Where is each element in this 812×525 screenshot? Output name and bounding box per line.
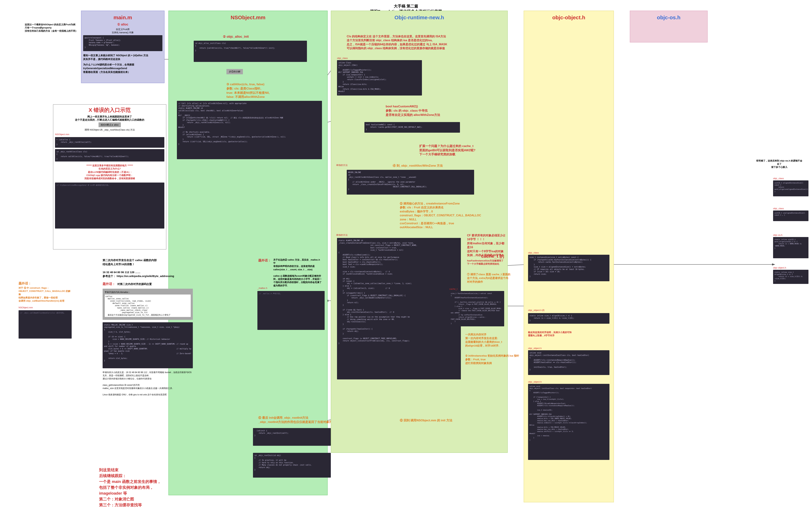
step3-label: ③ callAlloc(cls, true, false) 参数: cls: 是… xyxy=(226,82,270,99)
step2-label: ② objc_alloc_init xyxy=(223,34,249,39)
code-initisa2: inline void objc_object::initIsa(Class c… xyxy=(528,384,610,460)
back6: ⑥ 回到 调用NSObject.mm 的 init 方法 xyxy=(400,418,452,423)
code-osh1b: uint32_t unalignedInstanceSize() const {… xyxy=(773,210,809,221)
code-malloc-h: // _malloc.h 声明片段… xyxy=(257,291,325,330)
code-err1: + (id)alloc { return _objc_rootAlloc(sel… xyxy=(55,137,164,148)
calloc-callstack: 苹果开源的代码 libmalloc： calloc malloc_zone_ca… xyxy=(103,289,193,320)
code-initinstanceisa: inline void objc_object::initInstanceIsa… xyxy=(528,350,610,375)
error-sub: 网上一些文章开头上来就跟踪到这里来了 这个不是走法里的，打断点进入汇编模式就能看… xyxy=(55,115,164,121)
step6-label: ⑥ 最后 init会调用_objc_rootInit方法 _objc_rootI… xyxy=(258,416,336,424)
code-fastinstsize: size_t fastInstanceSize(size_t extra) co… xyxy=(449,291,504,326)
step4-label: ④ 到_objc_rootAllocWitnZone 方法 xyxy=(393,164,443,168)
code-osh2: static inline uint32_t word_align(uint32… xyxy=(773,237,809,258)
main-note2: 为什么？LLVM源码里分析一个方法，全局搜索 tryGenerateSpecia… xyxy=(83,63,162,74)
osh-note: 研究错了，这表后来到 objc-os.h 的逻辑不会走了 留下多个心眼儿 xyxy=(755,159,803,169)
col-title-nsobject: NSObject.mm xyxy=(170,13,326,22)
malloc-label: _malloc.h xyxy=(257,287,267,290)
code-rootinit: id _objc_rootInit(id obj) { // In practi… xyxy=(253,453,331,478)
main-note1: 看到一些文章上来就分析到了 NSObject 的 + (id)alloc 方法 … xyxy=(83,54,162,61)
col-title-osh: objc-os.h xyxy=(632,13,706,22)
step-1-label: ① alloc xyxy=(83,22,162,27)
calloc-aside-title: 题外话： xyxy=(258,258,271,263)
cachet-big: cache_t 的 xyxy=(481,253,504,259)
main-desc: 自定义Fruit类实例化 banana() 对象 xyxy=(83,28,162,34)
error-note: 调用 NSObject 的 _objc_rootAlloc(Class cls)… xyxy=(55,128,164,132)
error-entry-panel: X 错误的入口示范 网上一些文章开头上来就跟踪到这里来了 这个不是走法里的，打断… xyxy=(53,104,166,250)
col-title-objh: objc-object.h xyxy=(526,13,612,22)
conclusion: 到这里结束 后续继续跟踪： 一个是 main 函数之前发生的事情， 包括了整个非… xyxy=(99,467,161,508)
step5-label: ⑤ 调用核心的方法，createInstanceFromZone 参数: cls… xyxy=(400,202,481,229)
code-osh1: uint32_t alignedInstanceSize() const { r… xyxy=(773,180,809,196)
code-rootallocwithzone: NEVER_INLINE id _objc_rootAllocWithZone(… xyxy=(347,170,474,195)
label-single: 单独的方法 xyxy=(336,164,348,167)
hasawz-label: bool hasCustomAWZ() 参数: cls 的 objc_class… xyxy=(386,104,440,117)
step2-sub-label: 步②的分解 xyxy=(226,69,243,74)
code-err3: // trySpecializedMessageSend 等 LLVM 编译期代… xyxy=(55,182,164,228)
cache-sub: ① 调用了class 里面 cache_t 里面的 这个方法, extra为0还… xyxy=(467,272,510,284)
col-title-main: main.m xyxy=(83,13,162,22)
code-objc-alloc-init: id objc_alloc_init(Class cls) { return [… xyxy=(194,41,307,62)
code-createinstance: static ALWAYS_INLINE id _class_createIns… xyxy=(337,238,461,379)
code-init: - (id)init { return _objc_rootInit(self)… xyxy=(253,428,331,446)
code-callalloc: // Call [cls alloc] or [cls allocWithZon… xyxy=(177,101,322,159)
code-osh3: static inline size_t align16(size_t x) {… xyxy=(773,270,809,284)
code-instsize: size_t instanceSize(size_t extraBytes) c… xyxy=(528,255,610,281)
calloc-aside-body: 关于右边的② calloc 方法，其实在 _malloc.h 中 有很多种声明内… xyxy=(273,258,323,287)
column-osh: objc-os.h xyxy=(630,11,708,43)
code-segregated: static MALLOC_INLINE size_t segregated_s… xyxy=(103,322,193,368)
code-align16: static inline size_t align16(size_t x) {… xyxy=(528,313,610,324)
column-main-m: main.m ① alloc 自定义Fruit类实例化 banana() 对象 … xyxy=(81,11,165,83)
code-err2: id _objc_rootAlloc(Class cls) { return c… xyxy=(55,149,164,162)
code-isa: inline Class objc_object::ISA() { ASSERT… xyxy=(337,60,422,95)
code-hascustomawz: bool hasCustomAWZ() const { return !cach… xyxy=(364,122,460,133)
cache-note: 扩展一个问题？为什么递过来的 cache_t 里面的getBit可以获取到是否实… xyxy=(419,140,475,156)
aside-badalloc: 题外话： 对于 ⑤ 中 construct_flags： OBJECT_CONS… xyxy=(18,281,72,339)
code-main: @autoreleasepool { Fruit *banana = [Frui… xyxy=(83,35,162,51)
error-breakpoint-box: 画IDA断点 ▸ alloc xyxy=(99,122,121,127)
code-badalloc: // _objc_callBadAllocHandler(cls) 相关代码… xyxy=(18,310,72,339)
col-title-runtime: Objc-runtime-new.h xyxy=(333,13,506,22)
main-context: 这里以一个继承自NSObject 的自定义类Fruit为例 只有一个name的p… xyxy=(25,23,78,33)
error-warn: ****** 这里文章多半都没有说清楚的地方 ****** 红色的宏定义为什么?… xyxy=(55,164,164,180)
runtime-intro: Cls 的结构体定义在 这个文件里面，方法体也在这里。这里首先调用的 ISA方法… xyxy=(347,34,481,50)
objc-class-label: objc_class xyxy=(528,251,539,254)
mem-note: 一共两次内存对齐 第一次内存对齐发生在这里: 这里能看到的大小是类的Size_t… xyxy=(465,332,502,347)
fastsize: hasFastInstanceSize方法被调用了 下一个大手稿重点研究类初始化 xyxy=(467,259,503,266)
initisa-note: ② initInstanceIsa 初始化实例对象的 isa 指针 参数：Fru… xyxy=(465,354,519,365)
calloc-panel: 第二次内存对齐发生在这个 calloc 函数的内部 结论是向上对齐16的倍数！ … xyxy=(101,256,195,460)
error-title: X 错误的入口示范 xyxy=(55,106,164,114)
